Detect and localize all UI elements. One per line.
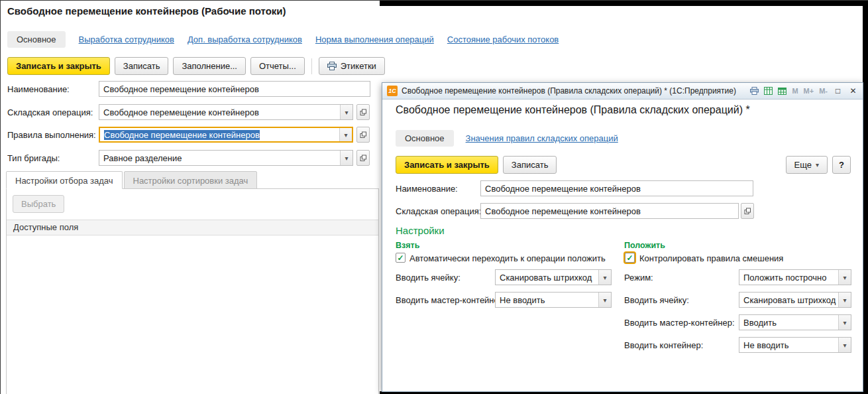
put-container-value: Не вводить bbox=[739, 338, 838, 352]
help-button[interactable]: ? bbox=[832, 156, 851, 174]
select-button[interactable]: Выбрать bbox=[13, 195, 64, 213]
dropdown-arrow-icon[interactable]: ▾ bbox=[598, 293, 611, 307]
warehouse-operation-value: Свободное перемещение контейнеров bbox=[99, 105, 340, 119]
brigade-type-open-button[interactable] bbox=[356, 150, 370, 166]
dropdown-arrow-icon[interactable]: ▾ bbox=[339, 128, 352, 141]
take-cell-input-combobox[interactable]: Сканировать штрихкод ▾ bbox=[495, 269, 612, 285]
screen: Свободное перемещение контейнеров (Рабоч… bbox=[0, 0, 868, 394]
close-button[interactable]: ✕ bbox=[848, 86, 858, 96]
save-close-button[interactable]: Записать и закрыть bbox=[7, 57, 110, 75]
calendar-icon[interactable] bbox=[778, 87, 787, 95]
take-master-container-value: Не вводить bbox=[496, 293, 598, 307]
put-mode-value: Положить построчно bbox=[739, 270, 838, 285]
execution-rules-label: Правила выполнения: bbox=[7, 130, 96, 140]
dialog-save-button[interactable]: Записать bbox=[503, 156, 557, 174]
task-settings-tabs: Настройки отбора задач Настройки сортиро… bbox=[6, 171, 258, 189]
dropdown-arrow-icon[interactable]: ▾ bbox=[838, 315, 851, 330]
nav-link-workflow-state[interactable]: Состояние рабочих потоков bbox=[447, 34, 559, 44]
dropdown-arrow-icon[interactable]: ▾ bbox=[340, 105, 353, 119]
auto-goto-put-checkbox[interactable]: ✓ bbox=[396, 253, 406, 263]
warehouse-operation-combobox[interactable]: Свободное перемещение контейнеров ▾ bbox=[99, 104, 353, 120]
brigade-type-value: Равное разделение bbox=[99, 151, 340, 165]
put-mode-combobox[interactable]: Положить построчно ▾ bbox=[739, 269, 851, 285]
reports-button[interactable]: Отчеты... bbox=[250, 57, 305, 75]
1c-logo-icon: 1С bbox=[387, 86, 398, 96]
dialog-warehouse-operation-input[interactable]: Свободное перемещение контейнеров bbox=[480, 203, 739, 219]
brigade-type-combobox[interactable]: Равное разделение ▾ bbox=[99, 150, 353, 166]
take-column-header: Взять bbox=[396, 241, 419, 250]
print-icon[interactable] bbox=[750, 87, 759, 95]
table-icon[interactable] bbox=[764, 87, 773, 95]
dialog-name-value: Свободное перемещение контейнеров bbox=[485, 184, 641, 194]
labels-button-label: Этикетки bbox=[341, 61, 376, 71]
dialog-warehouse-operation-open-button[interactable] bbox=[741, 203, 754, 219]
put-master-container-label: Вводить мастер-контейнер: bbox=[624, 318, 735, 328]
dropdown-arrow-icon[interactable]: ▾ bbox=[340, 151, 353, 165]
dropdown-arrow-icon[interactable]: ▾ bbox=[838, 270, 851, 285]
name-input[interactable]: Свободное перемещение контейнеров bbox=[99, 81, 370, 97]
put-master-container-value: Вводить bbox=[739, 315, 838, 330]
control-mixing-rules-checkbox[interactable]: ✓ bbox=[625, 253, 635, 263]
labels-button[interactable]: Этикетки bbox=[319, 57, 385, 75]
task-filter-panel: Выбрать Доступные поля bbox=[6, 188, 379, 394]
name-field-label: Наименование: bbox=[7, 84, 70, 94]
settings-section-header: Настройки bbox=[396, 225, 445, 236]
tab-task-sort-settings[interactable]: Настройки сортировки задач bbox=[124, 171, 258, 189]
dialog-toolbar: Записать и закрыть Записать Еще ▾ ? bbox=[396, 156, 851, 174]
memory-m-minus-button[interactable]: М- bbox=[819, 87, 828, 95]
dropdown-arrow-icon[interactable]: ▾ bbox=[598, 270, 611, 285]
tab-main[interactable]: Основное bbox=[7, 31, 66, 48]
open-form-icon bbox=[360, 155, 367, 162]
memory-m-plus-button[interactable]: М+ bbox=[804, 87, 814, 95]
tab-task-filter-settings[interactable]: Настройки отбора задач bbox=[6, 171, 123, 189]
dialog-nav-link-rule-values[interactable]: Значения правил складских операций bbox=[466, 133, 618, 143]
nav-link-extra-employee-output[interactable]: Доп. выработка сотрудников bbox=[188, 34, 302, 44]
more-button[interactable]: Еще ▾ bbox=[786, 156, 828, 174]
dialog-form-title: Свободное перемещение контейнеров (Прави… bbox=[396, 104, 750, 116]
put-mode-label: Режим: bbox=[624, 273, 653, 283]
open-form-icon bbox=[360, 131, 367, 139]
open-form-icon bbox=[360, 109, 367, 116]
dialog-name-label: Наименование: bbox=[396, 184, 458, 194]
dialog-warehouse-operation-value: Свободное перемещение контейнеров bbox=[485, 206, 641, 216]
name-input-value: Свободное перемещение контейнеров bbox=[103, 84, 259, 94]
nav-link-employee-output[interactable]: Выработка сотрудников bbox=[79, 34, 174, 44]
take-cell-input-value: Сканировать штрихкод bbox=[496, 270, 598, 285]
dialog-titlebar[interactable]: 1С Свободное перемещение контейнеров (Пр… bbox=[382, 83, 863, 99]
dialog-name-input[interactable]: Свободное перемещение контейнеров bbox=[480, 180, 753, 196]
execution-rules-open-button[interactable] bbox=[356, 127, 370, 143]
available-fields-header: Доступные поля bbox=[7, 220, 378, 235]
fill-button[interactable]: Заполнение... bbox=[173, 57, 246, 75]
dialog-tab-main[interactable]: Основное bbox=[396, 130, 454, 147]
put-container-combobox[interactable]: Не вводить ▾ bbox=[739, 337, 851, 353]
page-title: Свободное перемещение контейнеров (Рабоч… bbox=[7, 5, 286, 17]
put-master-container-combobox[interactable]: Вводить ▾ bbox=[739, 314, 851, 330]
maximize-button[interactable]: □ bbox=[833, 86, 843, 96]
dialog-nav: Основное Значения правил складских опера… bbox=[396, 129, 618, 147]
dropdown-arrow-icon[interactable]: ▾ bbox=[838, 338, 851, 352]
execution-rules-combobox[interactable]: Свободное перемещение контейнеров ▾ bbox=[99, 127, 353, 143]
dialog-window: 1С Свободное перемещение контейнеров (Пр… bbox=[382, 82, 863, 392]
chevron-down-icon: ▾ bbox=[816, 161, 819, 168]
nav-link-operation-norms[interactable]: Норма выполнения операций bbox=[315, 34, 434, 44]
brigade-type-label: Тип бригады: bbox=[7, 153, 60, 163]
open-form-icon bbox=[744, 208, 751, 215]
dialog-titlebar-text: Свободное перемещение контейнеров (Прави… bbox=[402, 86, 746, 96]
memory-m-button[interactable]: М bbox=[792, 87, 798, 95]
toolbar-separator bbox=[311, 58, 312, 74]
more-button-label: Еще bbox=[794, 160, 812, 170]
put-cell-input-value: Сканировать штрихкод bbox=[739, 293, 838, 307]
take-master-container-combobox[interactable]: Не вводить ▾ bbox=[495, 292, 612, 308]
put-cell-input-combobox[interactable]: Сканировать штрихкод ▾ bbox=[739, 292, 851, 308]
main-toolbar: Записать и закрыть Записать Заполнение..… bbox=[7, 57, 385, 75]
take-cell-input-label: Вводить ячейку: bbox=[396, 273, 461, 283]
execution-rules-value: Свободное перемещение контейнеров bbox=[104, 130, 260, 140]
save-button[interactable]: Записать bbox=[115, 57, 169, 75]
auto-goto-put-checkbox-label: Автоматически переходить к операции поло… bbox=[409, 253, 606, 263]
put-cell-input-label: Вводить ячейку: bbox=[624, 295, 689, 305]
warehouse-operation-open-button[interactable] bbox=[356, 104, 370, 120]
control-mixing-rules-checkbox-label: Контролировать правила смешения bbox=[639, 253, 783, 263]
dropdown-arrow-icon[interactable]: ▾ bbox=[838, 293, 851, 307]
put-column-header: Положить bbox=[624, 241, 665, 250]
dialog-save-close-button[interactable]: Записать и закрыть bbox=[396, 156, 498, 174]
